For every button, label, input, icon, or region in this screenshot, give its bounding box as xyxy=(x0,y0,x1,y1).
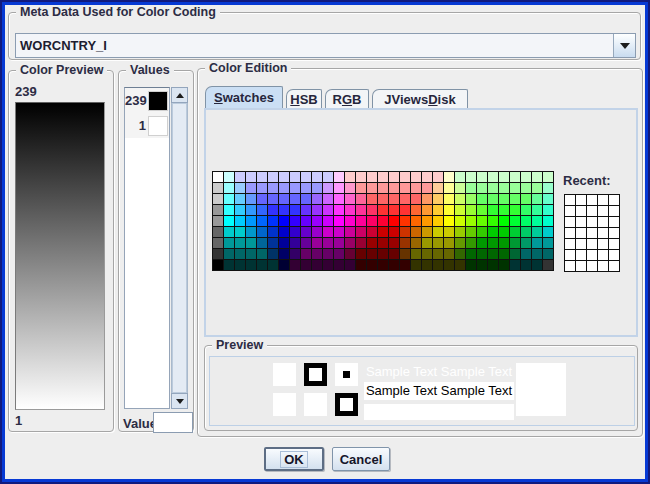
palette-swatch[interactable] xyxy=(543,183,553,193)
palette-swatch[interactable] xyxy=(213,216,223,226)
palette-swatch[interactable] xyxy=(444,205,454,215)
cancel-button[interactable]: Cancel xyxy=(332,447,390,471)
palette-swatch[interactable] xyxy=(433,205,443,215)
palette-swatch[interactable] xyxy=(455,227,465,237)
recent-swatch[interactable] xyxy=(565,195,575,205)
tab-jviews-disk[interactable]: JViews Disk xyxy=(372,89,468,108)
palette-swatch[interactable] xyxy=(268,205,278,215)
palette-swatch[interactable] xyxy=(521,172,531,182)
palette-swatch[interactable] xyxy=(488,183,498,193)
palette-swatch[interactable] xyxy=(312,249,322,259)
palette-swatch[interactable] xyxy=(389,194,399,204)
palette-swatch[interactable] xyxy=(444,183,454,193)
palette-swatch[interactable] xyxy=(367,238,377,248)
palette-swatch[interactable] xyxy=(411,205,421,215)
palette-swatch[interactable] xyxy=(411,260,421,270)
palette-swatch[interactable] xyxy=(532,216,542,226)
palette-swatch[interactable] xyxy=(444,249,454,259)
palette-swatch[interactable] xyxy=(400,172,410,182)
palette-swatch[interactable] xyxy=(257,227,267,237)
palette-swatch[interactable] xyxy=(301,205,311,215)
palette-swatch[interactable] xyxy=(235,227,245,237)
palette-swatch[interactable] xyxy=(411,194,421,204)
palette-swatch[interactable] xyxy=(400,238,410,248)
recent-swatch[interactable] xyxy=(609,195,619,205)
palette-swatch[interactable] xyxy=(356,216,366,226)
palette-swatch[interactable] xyxy=(268,249,278,259)
palette-swatch[interactable] xyxy=(213,194,223,204)
palette-swatch[interactable] xyxy=(345,238,355,248)
palette-swatch[interactable] xyxy=(257,238,267,248)
palette-swatch[interactable] xyxy=(213,238,223,248)
recent-swatch[interactable] xyxy=(576,250,586,260)
recent-swatch[interactable] xyxy=(587,195,597,205)
recent-swatch[interactable] xyxy=(587,250,597,260)
palette-swatch[interactable] xyxy=(378,249,388,259)
palette-swatch[interactable] xyxy=(510,216,520,226)
palette-swatch[interactable] xyxy=(532,260,542,270)
palette-swatch[interactable] xyxy=(312,183,322,193)
palette-swatch[interactable] xyxy=(367,227,377,237)
palette-swatch[interactable] xyxy=(444,172,454,182)
palette-swatch[interactable] xyxy=(356,249,366,259)
palette-swatch[interactable] xyxy=(279,172,289,182)
palette-swatch[interactable] xyxy=(521,260,531,270)
palette-swatch[interactable] xyxy=(532,194,542,204)
palette-swatch[interactable] xyxy=(488,260,498,270)
palette-swatch[interactable] xyxy=(345,249,355,259)
palette-swatch[interactable] xyxy=(345,205,355,215)
palette-swatch[interactable] xyxy=(334,194,344,204)
palette-swatch[interactable] xyxy=(477,172,487,182)
palette-swatch[interactable] xyxy=(466,205,476,215)
palette-swatch[interactable] xyxy=(466,260,476,270)
palette-swatch[interactable] xyxy=(323,194,333,204)
palette-swatch[interactable] xyxy=(257,260,267,270)
palette-swatch[interactable] xyxy=(279,238,289,248)
palette-swatch[interactable] xyxy=(455,183,465,193)
values-scrollbar[interactable] xyxy=(171,87,188,409)
palette-swatch[interactable] xyxy=(378,205,388,215)
palette-swatch[interactable] xyxy=(411,227,421,237)
palette-swatch[interactable] xyxy=(312,260,322,270)
palette-swatch[interactable] xyxy=(400,260,410,270)
tab-swatches[interactable]: Swatches xyxy=(205,86,283,108)
palette-swatch[interactable] xyxy=(521,194,531,204)
palette-swatch[interactable] xyxy=(466,216,476,226)
palette-swatch[interactable] xyxy=(334,227,344,237)
palette-swatch[interactable] xyxy=(257,183,267,193)
palette-swatch[interactable] xyxy=(301,183,311,193)
palette-swatch[interactable] xyxy=(334,249,344,259)
palette-swatch[interactable] xyxy=(312,238,322,248)
palette-swatch[interactable] xyxy=(323,205,333,215)
palette-swatch[interactable] xyxy=(466,194,476,204)
palette-swatch[interactable] xyxy=(378,183,388,193)
palette-swatch[interactable] xyxy=(433,238,443,248)
palette-swatch[interactable] xyxy=(433,172,443,182)
palette-swatch[interactable] xyxy=(235,194,245,204)
palette-swatch[interactable] xyxy=(367,260,377,270)
palette-swatch[interactable] xyxy=(499,260,509,270)
palette-swatch[interactable] xyxy=(323,183,333,193)
recent-swatch[interactable] xyxy=(576,206,586,216)
recent-swatch[interactable] xyxy=(598,195,608,205)
palette-swatch[interactable] xyxy=(499,205,509,215)
palette-swatch[interactable] xyxy=(477,227,487,237)
palette-swatch[interactable] xyxy=(323,238,333,248)
palette-swatch[interactable] xyxy=(290,205,300,215)
palette-swatch[interactable] xyxy=(477,238,487,248)
palette-swatch[interactable] xyxy=(510,172,520,182)
palette-swatch[interactable] xyxy=(521,238,531,248)
palette-swatch[interactable] xyxy=(268,194,278,204)
palette-swatch[interactable] xyxy=(488,216,498,226)
list-item[interactable]: 1 xyxy=(125,113,169,138)
palette-swatch[interactable] xyxy=(301,216,311,226)
recent-swatch[interactable] xyxy=(565,206,575,216)
palette-swatch[interactable] xyxy=(521,183,531,193)
palette-swatch[interactable] xyxy=(543,227,553,237)
palette-swatch[interactable] xyxy=(268,260,278,270)
palette-swatch[interactable] xyxy=(510,205,520,215)
palette-swatch[interactable] xyxy=(444,260,454,270)
palette-swatch[interactable] xyxy=(213,260,223,270)
palette-swatch[interactable] xyxy=(323,260,333,270)
palette-swatch[interactable] xyxy=(510,238,520,248)
